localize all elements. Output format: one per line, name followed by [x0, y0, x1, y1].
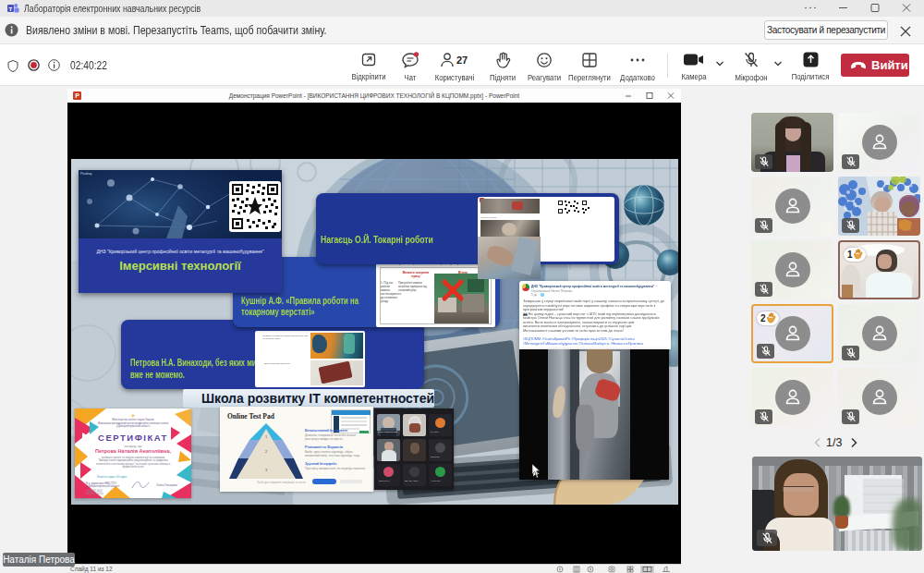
svg-text:T: T — [9, 6, 13, 12]
svg-text:27: 27 — [456, 55, 468, 66]
